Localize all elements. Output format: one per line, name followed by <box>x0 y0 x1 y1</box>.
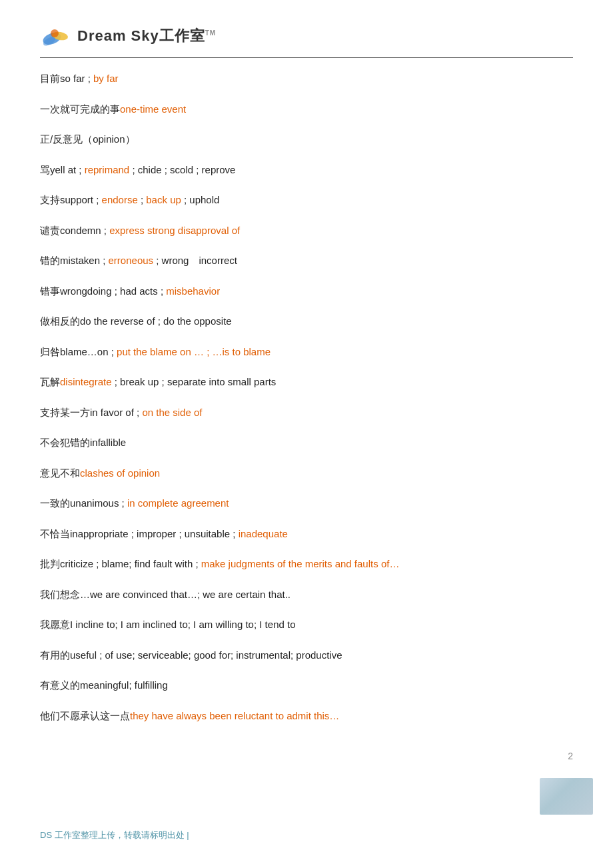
zh-text: 不会犯错的 <box>40 437 90 448</box>
list-item: 他们不愿承认这一点they have always been reluctant… <box>40 707 573 725</box>
en-text: erroneous <box>109 255 154 266</box>
logo-area: Dream Sky工作室TM <box>40 20 216 52</box>
zh-text: 归咎 <box>40 346 60 357</box>
trademark-symbol: TM <box>205 29 216 37</box>
en-text: support ; <box>60 194 102 205</box>
list-item: 正/反意见（opinion） <box>40 131 573 148</box>
en-text: make judgments of the merits and faults … <box>201 558 400 569</box>
en-text: misbehavior <box>166 285 220 297</box>
en-text: express strong disapproval of <box>109 225 240 236</box>
en-text: blame…on ; <box>60 346 117 357</box>
zh-text: 做相反的 <box>40 315 80 327</box>
list-item: 意见不和clashes of opinion <box>40 465 573 482</box>
en-text: criticize ; blame; find fault with ; <box>60 558 201 569</box>
footer-text: DS 工作室整理上传，转载请标明出处 | <box>40 829 189 841</box>
list-item: 支持support ; endorse ; back up ; uphold <box>40 191 573 209</box>
zh-text: 正/反意见（opinion） <box>40 133 135 145</box>
en-text: back up <box>146 194 181 205</box>
zh-text: 我们想念… <box>40 589 90 600</box>
en-text: ; break up ; separate into small parts <box>112 376 277 387</box>
zh-text: 我愿意 <box>40 619 70 630</box>
svg-point-2 <box>51 29 59 37</box>
zh-text: 支持某一方 <box>40 407 90 418</box>
en-text: ; chide ; scold ; reprove <box>129 164 235 175</box>
zh-text: 意见不和 <box>40 467 80 479</box>
list-item: 我们想念…we are convinced that…; we are cert… <box>40 586 573 603</box>
en-text: ; uphold <box>181 194 220 205</box>
zh-text: 有用的 <box>40 649 70 661</box>
en-text: unanimous ; <box>70 497 127 509</box>
zh-text: 他们不愿承认这一点 <box>40 710 130 721</box>
list-item: 一次就可完成的事one-time event <box>40 101 573 118</box>
list-item: 有用的useful ; of use; serviceable; good fo… <box>40 647 573 664</box>
list-item: 不恰当inappropriate ; improper ; unsuitable… <box>40 525 573 543</box>
en-text: so far ; <box>60 73 93 84</box>
list-item: 目前so far ; by far <box>40 70 573 87</box>
list-item: 归咎blame…on ; put the blame on … ; …is to… <box>40 343 573 361</box>
list-item: 不会犯错的infallible <box>40 434 573 451</box>
zh-text: 错事 <box>40 285 60 297</box>
list-item: 瓦解disintegrate ; break up ; separate int… <box>40 373 573 391</box>
en-text: useful ; of use; serviceable; good for; … <box>70 649 342 661</box>
en-text: do the reverse of ; do the opposite <box>80 315 232 327</box>
zh-text: 批判 <box>40 558 60 569</box>
zh-text: 不恰当 <box>40 528 70 539</box>
list-item: 做相反的do the reverse of ; do the opposite <box>40 313 573 330</box>
zh-text: 支持 <box>40 194 60 205</box>
en-text: condemn ; <box>60 225 109 236</box>
zh-text: 目前 <box>40 73 60 84</box>
zh-text: 谴责 <box>40 225 60 236</box>
en-text: disintegrate <box>60 376 112 387</box>
en-text: yell at ; <box>50 164 85 175</box>
en-text: inadequate <box>239 528 288 539</box>
en-text: ; <box>138 194 147 205</box>
en-text: mistaken ; <box>60 255 109 266</box>
list-item: 我愿意I incline to; I am inclined to; I am … <box>40 616 573 633</box>
logo-brand-text: Dream Sky工作室 <box>77 27 205 44</box>
en-text: I incline to; I am inclined to; I am wil… <box>70 619 296 630</box>
en-text: one-time event <box>120 103 186 115</box>
page: Dream Sky工作室TM 目前so far ; by far一次就可完成的事… <box>0 0 613 868</box>
zh-text: 有意义的 <box>40 679 80 691</box>
zh-text: 瓦解 <box>40 376 60 387</box>
en-text: they have always been reluctant to admit… <box>130 710 339 721</box>
thumbnail-image <box>540 778 593 815</box>
list-item: 有意义的meaningful; fulfilling <box>40 677 573 694</box>
content-area: 目前so far ; by far一次就可完成的事one-time event正… <box>40 70 573 724</box>
list-item: 骂yell at ; reprimand ; chide ; scold ; r… <box>40 161 573 179</box>
en-text: reprimand <box>85 164 130 175</box>
en-text: inappropriate ; improper ; unsuitable ; <box>70 528 239 539</box>
en-text: put the blame on … ; …is to blame <box>117 346 271 357</box>
zh-text: 骂 <box>40 164 50 175</box>
en-text: meaningful; fulfilling <box>80 679 168 691</box>
zh-text: 一致的 <box>40 497 70 509</box>
list-item: 错事wrongdoing ; had acts ; misbehavior <box>40 283 573 300</box>
list-item: 错的mistaken ; erroneous ; wrong incorrect <box>40 252 573 269</box>
logo-text: Dream Sky工作室TM <box>77 26 216 46</box>
zh-text: 错的 <box>40 255 60 266</box>
en-text: in complete agreement <box>127 497 229 509</box>
en-text: we are convinced that…; we are certain t… <box>90 589 291 600</box>
en-text: on the side of <box>142 407 202 418</box>
en-text: endorse <box>102 194 138 205</box>
list-item: 一致的unanimous ; in complete agreement <box>40 495 573 512</box>
logo-icon <box>40 20 72 52</box>
list-item: 谴责condemn ; express strong disapproval o… <box>40 222 573 239</box>
en-text: in favor of ; <box>90 407 142 418</box>
en-text: infallible <box>90 437 126 448</box>
en-text: wrongdoing ; had acts ; <box>60 285 166 297</box>
list-item: 批判criticize ; blame; find fault with ; m… <box>40 555 573 573</box>
zh-text: 一次就可完成的事 <box>40 103 120 115</box>
en-text: clashes of opinion <box>80 467 160 479</box>
en-text: by far <box>93 73 119 84</box>
list-item: 支持某一方in favor of ; on the side of <box>40 404 573 421</box>
header: Dream Sky工作室TM <box>40 20 573 58</box>
page-number: 2 <box>568 751 573 761</box>
en-text: ; wrong incorrect <box>153 255 237 266</box>
